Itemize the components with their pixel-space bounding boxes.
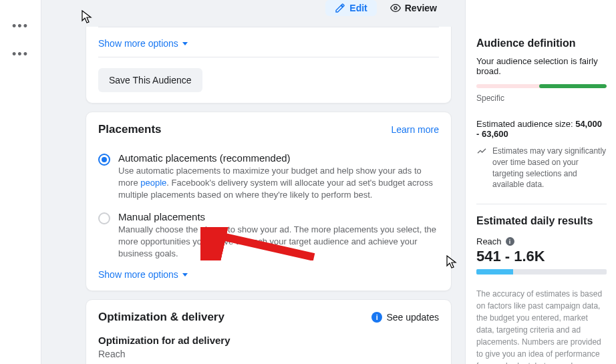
- see-updates-label: See updates: [386, 312, 439, 323]
- info-icon: i: [371, 312, 382, 323]
- chart-icon: [476, 146, 487, 156]
- main-column: Edit Review Show more options Save This …: [86, 0, 452, 364]
- more-menu-2[interactable]: •••: [11, 44, 31, 64]
- show-more-placements[interactable]: Show more options: [98, 269, 188, 280]
- radio-automatic[interactable]: [98, 154, 110, 166]
- optimization-value: Reach: [98, 349, 439, 359]
- reach-label-row: Reach i: [476, 236, 607, 246]
- divider: [98, 57, 439, 57]
- audience-meter-label: Specific: [476, 94, 607, 103]
- show-more-audience[interactable]: Show more options: [98, 38, 188, 49]
- estimate-note: Estimates may vary significantly over ti…: [476, 146, 607, 190]
- placements-manual-option[interactable]: Manual placements Manually choose the pl…: [98, 211, 439, 260]
- placements-automatic-option[interactable]: Automatic placements (recommended) Use a…: [98, 152, 439, 202]
- placements-title: Placements: [98, 123, 162, 136]
- audience-card: Show more options Save This Audience: [86, 27, 452, 104]
- optimization-sub-title: Optimization for ad delivery: [98, 335, 439, 346]
- people-link[interactable]: people: [140, 178, 166, 188]
- info-icon[interactable]: i: [506, 237, 514, 246]
- optimization-title: Optimization & delivery: [98, 311, 224, 324]
- auto-placements-title: Automatic placements (recommended): [118, 152, 439, 164]
- divider: [476, 204, 607, 204]
- see-updates-link[interactable]: i See updates: [371, 312, 439, 323]
- audience-meter: [476, 84, 607, 88]
- reach-label: Reach: [476, 236, 502, 246]
- more-menu-1[interactable]: •••: [11, 16, 31, 36]
- divider: [98, 27, 439, 27]
- save-audience-button[interactable]: Save This Audience: [98, 68, 202, 92]
- caret-down-icon: [182, 273, 188, 277]
- audience-definition-title: Audience definition: [476, 37, 607, 49]
- daily-results-title: Estimated daily results: [476, 215, 607, 227]
- accuracy-text: The accuracy of estimates is based on fa…: [476, 288, 607, 364]
- placements-card: Placements Learn more Automatic placemen…: [86, 112, 452, 291]
- show-more-placements-label: Show more options: [98, 269, 178, 280]
- show-more-audience-label: Show more options: [98, 38, 178, 49]
- optimization-card: Optimization & delivery i See updates Op…: [86, 299, 452, 364]
- manual-placements-title: Manual placements: [118, 211, 439, 222]
- radio-manual[interactable]: [98, 212, 110, 224]
- reach-bar: [476, 269, 607, 275]
- estimated-size: Estimated audience size: 54,000 - 63,600: [476, 119, 607, 139]
- auto-placements-desc: Use automatic placements to maximize you…: [118, 165, 439, 202]
- right-sidebar: Audience definition Your audience select…: [465, 0, 616, 364]
- manual-placements-desc: Manually choose the places to show your …: [118, 224, 439, 260]
- reach-value: 541 - 1.6K: [476, 248, 607, 265]
- learn-more-link[interactable]: Learn more: [391, 124, 439, 135]
- caret-down-icon: [182, 42, 188, 45]
- audience-definition-sub: Your audience selection is fairly broad.: [476, 56, 607, 76]
- left-rail: ••• •••: [0, 0, 41, 364]
